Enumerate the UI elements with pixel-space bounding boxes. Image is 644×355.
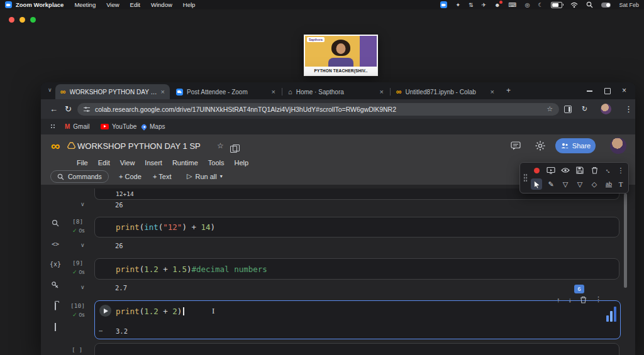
collapse-output-icon[interactable]: ∨ (80, 284, 85, 290)
status-plane-icon[interactable]: ✈ (482, 2, 487, 8)
share-button[interactable]: Share (555, 138, 596, 153)
mouse-pointer-tool-icon[interactable] (531, 178, 542, 190)
shape-tool-icon[interactable]: ▽ (574, 178, 586, 190)
history-sync-icon[interactable]: ↻ (582, 99, 587, 119)
browser-profile-avatar[interactable] (601, 104, 611, 114)
code-cell-editor[interactable]: print(int("12") + 14) (94, 217, 619, 238)
status-record-icon[interactable]: ◎ (525, 2, 530, 8)
tab-close-icon[interactable]: × (491, 89, 494, 96)
omnibox[interactable]: colab.research.google.com/drive/17UlNNXk… (77, 103, 559, 116)
output-options-icon[interactable]: ⋯ (99, 327, 103, 334)
settings-gear-icon[interactable] (535, 141, 545, 151)
exec-count[interactable]: [10] (70, 302, 85, 309)
toolbar-more-icon[interactable]: ⋮ (615, 165, 626, 176)
tab-close-icon[interactable]: × (380, 89, 384, 96)
tab-home-sapthora[interactable]: ⌂ Home · Sapthora × (283, 84, 389, 99)
url-text[interactable]: colab.research.google.com/drive/17UlNNXk… (95, 106, 541, 113)
apps-grid-icon[interactable] (50, 119, 56, 134)
menubar-item-view[interactable]: View (106, 1, 119, 8)
show-hide-eye-icon[interactable] (560, 165, 571, 176)
add-text-button[interactable]: + Text (153, 168, 171, 185)
commands-button[interactable]: Commands (50, 170, 109, 183)
eraser-tool-icon[interactable]: ◇ (589, 178, 600, 190)
status-moon-icon[interactable]: ☾ (538, 2, 543, 8)
menu-view[interactable]: View (120, 159, 135, 167)
menu-file[interactable]: File (77, 159, 88, 167)
run-all-button[interactable]: ▷ Run all ▾ (187, 168, 223, 185)
new-tab-button[interactable]: + (506, 86, 511, 95)
refresh-button[interactable]: ↻ (65, 99, 72, 119)
bookmark-star-icon[interactable]: ☆ (547, 105, 553, 113)
format-text-tool-icon[interactable]: ab (603, 178, 614, 190)
clear-trash-icon[interactable] (589, 165, 600, 176)
files-folder-icon[interactable] (55, 303, 56, 310)
move-cell-up-icon[interactable]: ↑ (557, 296, 560, 303)
text-tool-icon[interactable]: T (615, 178, 626, 190)
minimize-traffic-light[interactable] (19, 17, 25, 23)
table-view-icon[interactable] (55, 324, 56, 330)
star-notebook-icon[interactable]: ☆ (217, 141, 224, 150)
close-traffic-light[interactable] (9, 17, 14, 23)
comments-icon[interactable] (511, 141, 521, 150)
add-code-button[interactable]: + Code (119, 168, 142, 185)
status-updown-icon[interactable]: ⇅ (469, 2, 474, 8)
run-cell-button[interactable] (99, 305, 111, 317)
exec-count[interactable]: [8] (72, 218, 83, 225)
menubar-date[interactable]: Sat Feb (619, 2, 639, 8)
share-screen-icon[interactable] (545, 165, 557, 176)
menu-runtime[interactable]: Runtime (172, 159, 198, 167)
window-close-button[interactable]: × (622, 87, 626, 94)
menubar-item-edit[interactable]: Edit (130, 1, 140, 8)
control-center-icon[interactable] (601, 3, 611, 8)
chart-suggestion-icon[interactable] (606, 305, 616, 322)
bookmark-youtube[interactable]: YouTube (101, 119, 136, 134)
tab-search-chevron-icon[interactable]: ∨ (48, 87, 52, 93)
menu-insert[interactable]: Insert (145, 159, 162, 167)
collapse-toolbar-icon[interactable]: ↔ (601, 162, 616, 178)
notebook-scrollbar[interactable] (624, 194, 627, 288)
status-sparkle-icon[interactable]: ✦ (455, 2, 460, 8)
tab-workshop-python[interactable]: ∞ WORKSHOP PYTHON DAY 1 SP × (55, 84, 170, 99)
notebook-title[interactable]: WORKSHOP PYTHON DAY 1 SP (77, 141, 201, 151)
menubar-item-meeting[interactable]: Meeting (74, 1, 96, 8)
cell-more-options-icon[interactable]: ⋮ (595, 295, 602, 303)
bookmark-gmail[interactable]: M Gmail (65, 119, 89, 134)
wifi-icon[interactable] (570, 2, 578, 8)
spotlight-tool-icon[interactable]: ▽ (560, 178, 571, 190)
site-settings-icon[interactable] (84, 107, 90, 112)
back-button[interactable]: ← (50, 99, 58, 119)
run-all-caret-icon[interactable]: ▾ (220, 173, 223, 179)
exec-count[interactable]: [ ] (72, 346, 82, 353)
collapse-output-icon[interactable]: ∨ (80, 201, 85, 207)
menu-edit[interactable]: Edit (98, 159, 110, 167)
menubar-item-window[interactable]: Window (151, 1, 172, 8)
code-cell-editor[interactable] (94, 343, 619, 355)
find-replace-icon[interactable] (52, 219, 59, 227)
status-person-icon[interactable]: ☻ (494, 2, 500, 8)
tab-untitled-ipynb[interactable]: ∞ Untitled871.ipynb - Colab × (391, 84, 499, 99)
menubar-item-help[interactable]: Help (183, 1, 196, 8)
battery-icon[interactable] (551, 2, 562, 8)
collapse-output-icon[interactable]: ∨ (80, 242, 85, 248)
record-icon[interactable] (531, 165, 542, 176)
active-code-cell[interactable]: print(1.2 + 2) ⋯ 3.2 (94, 300, 621, 339)
window-maximize-button[interactable] (604, 88, 611, 94)
zoom-traffic-light[interactable] (30, 17, 36, 23)
code-cell-editor[interactable]: print(1.2 + 1.5)#decimal numbers (94, 258, 619, 280)
status-keyboard-icon[interactable]: ⌨ (509, 2, 517, 8)
window-minimize-button[interactable] (587, 90, 592, 92)
zoom-status-icon[interactable] (440, 1, 447, 8)
spotlight-search-icon[interactable] (586, 1, 593, 8)
copy-drive-icon[interactable] (230, 146, 237, 153)
tab-post-attendee[interactable]: Post Attendee - Zoom × (171, 84, 280, 99)
draw-pen-tool-icon[interactable]: ✎ (545, 178, 557, 190)
colab-logo[interactable]: ∞ (51, 139, 60, 152)
move-cell-down-icon[interactable]: ↓ (569, 296, 572, 303)
variables-icon[interactable]: {x} (50, 261, 61, 268)
save-annotation-icon[interactable] (574, 165, 586, 176)
bookmark-maps[interactable]: Maps (142, 119, 165, 134)
tab-close-icon[interactable]: × (161, 89, 165, 96)
exec-count[interactable]: [9] (72, 259, 83, 266)
delete-cell-icon[interactable] (580, 296, 587, 303)
speaker-video-thumbnail[interactable]: Sapthora PYTHON TEACHER(SHIV.. (304, 35, 378, 76)
